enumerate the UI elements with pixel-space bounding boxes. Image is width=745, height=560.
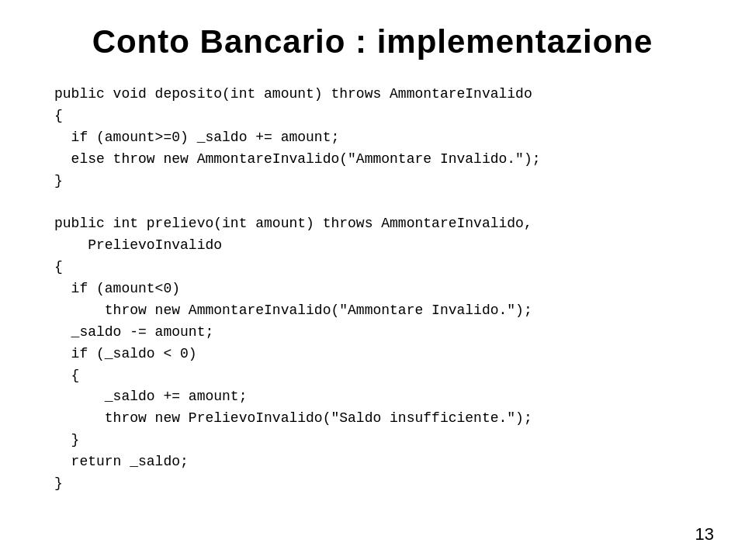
slide-title: Conto Bancario : implementazione (39, 23, 706, 60)
page-number: 13 (695, 524, 714, 544)
slide: Conto Bancario : implementazione public … (0, 0, 745, 560)
code-block: public void deposito(int amount) throws … (39, 84, 706, 495)
